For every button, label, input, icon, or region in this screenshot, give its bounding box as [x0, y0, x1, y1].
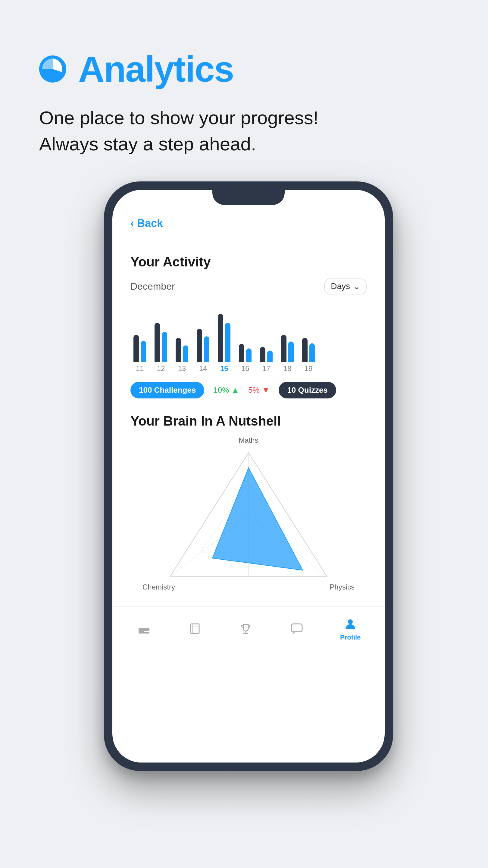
- phone-screen: ‹ Back Your Activity December Days ⌄: [112, 190, 385, 763]
- activity-section: Your Activity December Days ⌄: [130, 254, 367, 398]
- back-chevron-icon: ‹: [130, 217, 134, 230]
- bar-group-16: 16: [239, 344, 252, 373]
- arrow-down-icon: ▼: [262, 385, 270, 395]
- book-icon: [187, 621, 202, 636]
- profile-icon: [343, 616, 358, 631]
- svg-rect-10: [144, 632, 150, 633]
- month-label: December: [130, 281, 175, 292]
- activity-header: December Days ⌄: [130, 278, 367, 294]
- profile-nav-label: Profile: [340, 633, 361, 641]
- home-icon: [136, 621, 152, 636]
- nav-item-home[interactable]: [136, 621, 152, 636]
- stat-green: 10% ▲: [213, 385, 239, 395]
- stat-red: 5% ▼: [248, 385, 270, 395]
- brain-title: Your Brain In A Nutshell: [130, 413, 367, 429]
- bar-group-14: 14: [197, 329, 209, 373]
- svg-rect-11: [191, 624, 199, 633]
- nav-item-chat[interactable]: [289, 621, 304, 636]
- phone-notch: [213, 190, 285, 205]
- header-section: Analytics One place to show your progres…: [39, 48, 458, 157]
- nav-item-learn[interactable]: [187, 621, 202, 636]
- activity-title: Your Activity: [130, 254, 367, 270]
- bar-group-17: 17: [260, 347, 272, 373]
- chevron-down-icon: ⌄: [353, 281, 360, 291]
- title-row: Analytics: [39, 48, 458, 90]
- radar-label-chemistry: Chemistry: [142, 583, 175, 591]
- phone-container: ‹ Back Your Activity December Days ⌄: [39, 181, 458, 771]
- phone-outer: ‹ Back Your Activity December Days ⌄: [104, 181, 393, 771]
- analytics-icon: [39, 56, 66, 83]
- screen-content: ‹ Back Your Activity December Days ⌄: [112, 190, 385, 594]
- nav-item-trophy[interactable]: [238, 621, 253, 636]
- trophy-icon: [238, 621, 253, 636]
- svg-rect-8: [138, 628, 144, 633]
- radar-chart: Maths: [130, 438, 367, 594]
- arrow-up-icon: ▲: [231, 385, 239, 395]
- brain-section: Your Brain In A Nutshell Maths: [130, 413, 367, 594]
- stats-row: 100 Challenges 10% ▲ 5% ▼ 10 Quizzes: [130, 382, 367, 398]
- back-button[interactable]: ‹ Back: [130, 217, 367, 230]
- bar-group-13: 13: [175, 338, 188, 373]
- bar-group-11: 11: [133, 335, 146, 373]
- radar-label-physics: Physics: [330, 583, 355, 591]
- svg-marker-7: [213, 468, 303, 570]
- svg-point-17: [348, 619, 353, 624]
- bar-group-18: 18: [281, 335, 294, 373]
- page-title: Analytics: [78, 48, 234, 90]
- bottom-nav: Profile: [112, 607, 385, 653]
- radar-svg: [158, 444, 339, 588]
- svg-rect-16: [291, 624, 302, 632]
- subtitle: One place to show your progress! Always …: [39, 105, 458, 157]
- bar-group-12: 12: [155, 323, 167, 373]
- days-selector[interactable]: Days ⌄: [324, 278, 367, 294]
- svg-rect-9: [144, 628, 150, 631]
- bar-group-15: 15: [218, 314, 230, 373]
- challenges-badge: 100 Challenges: [130, 382, 204, 398]
- quizzes-badge: 10 Quizzes: [279, 382, 336, 398]
- divider: [112, 242, 385, 242]
- bar-group-19: 19: [302, 338, 315, 373]
- chat-icon: [289, 621, 304, 636]
- radar-label-maths: Maths: [238, 436, 258, 444]
- page-wrapper: Analytics One place to show your progres…: [0, 0, 488, 868]
- nav-item-profile[interactable]: Profile: [340, 616, 361, 641]
- bar-chart: 11 12 13 14: [130, 307, 367, 373]
